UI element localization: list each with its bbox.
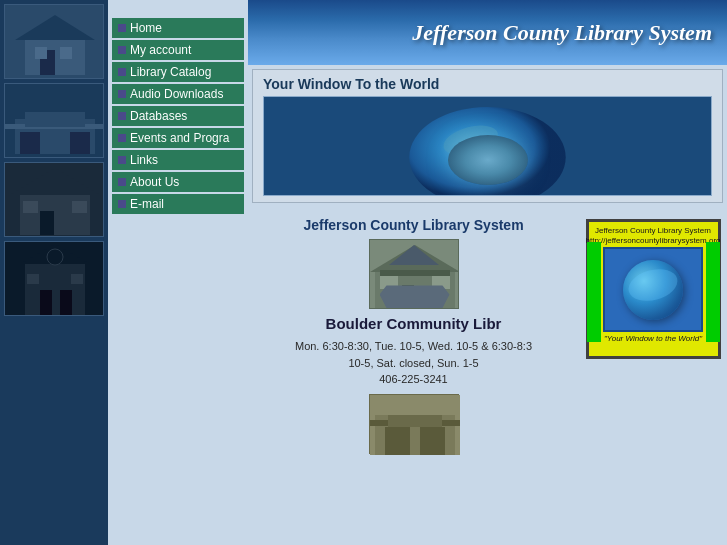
window-right-panel <box>706 242 720 342</box>
library-photo-1 <box>369 239 459 309</box>
hero-image <box>263 96 712 196</box>
svg-rect-41 <box>420 427 445 455</box>
nav-bullet <box>118 68 126 76</box>
nav-bullet <box>118 112 126 120</box>
nav-item-my-account[interactable]: My account <box>112 40 244 60</box>
nav-item-databases[interactable]: Databases <box>112 106 244 126</box>
library-hours-line2: 10-5, Sat. closed, Sun. 1-5 <box>348 357 478 369</box>
svg-rect-16 <box>23 201 38 213</box>
window-box-tagline: "Your Window to the World" <box>604 334 702 343</box>
nav-label-library-catalog: Library Catalog <box>130 65 211 79</box>
window-left-panel <box>587 242 601 342</box>
svg-rect-19 <box>25 262 85 316</box>
svg-rect-42 <box>388 415 442 427</box>
nav-bullet <box>118 90 126 98</box>
svg-rect-33 <box>402 285 414 309</box>
navigation-column: Home My account Library Catalog Audio Do… <box>108 0 248 545</box>
svg-rect-35 <box>432 275 450 289</box>
nav-label-audio-downloads: Audio Downloads <box>130 87 223 101</box>
nav-bullet <box>118 178 126 186</box>
nav-label-home: Home <box>130 21 162 35</box>
window-box-globe <box>603 247 703 332</box>
svg-point-21 <box>47 249 63 265</box>
nav-label-email: E-mail <box>130 197 164 211</box>
svg-rect-34 <box>380 275 398 289</box>
svg-rect-25 <box>71 274 83 284</box>
svg-rect-22 <box>40 290 52 316</box>
section-title: Jefferson County Library System <box>303 217 523 233</box>
content-left: Jefferson County Library System Boulder … <box>252 211 575 541</box>
earth-visualization <box>264 97 711 195</box>
nav-item-email[interactable]: E-mail <box>112 194 244 214</box>
window-box-title-line2: http://jeffersoncountylibrarysystem.org <box>585 236 720 245</box>
nav-item-about-us[interactable]: About Us <box>112 172 244 192</box>
svg-rect-13 <box>20 193 90 235</box>
svg-rect-24 <box>27 274 39 284</box>
window-box-title: Jefferson County Library System http://j… <box>585 226 720 245</box>
nav-item-library-catalog[interactable]: Library Catalog <box>112 62 244 82</box>
content-right: Jefferson County Library System http://j… <box>583 211 723 541</box>
nav-bullet <box>118 156 126 164</box>
sidebar-photo-3 <box>4 162 104 237</box>
hero-section: Your Window To the World <box>252 69 723 203</box>
nav-item-links[interactable]: Links <box>112 150 244 170</box>
window-box-title-line1: Jefferson County Library System <box>595 226 711 235</box>
library-phone: 406-225-3241 <box>379 373 448 385</box>
sidebar-photo-4 <box>4 241 104 316</box>
nav-bullet <box>118 46 126 54</box>
page-header: Jefferson County Library System <box>248 0 727 65</box>
svg-rect-4 <box>60 47 72 59</box>
hero-subtitle: Your Window To the World <box>263 76 712 92</box>
svg-rect-15 <box>40 211 54 235</box>
sidebar-photo-1 <box>4 4 104 79</box>
nav-bullet <box>118 200 126 208</box>
nav-bullet <box>118 134 126 142</box>
svg-rect-36 <box>380 270 450 276</box>
nav-label-databases: Databases <box>130 109 187 123</box>
nav-label-my-account: My account <box>130 43 191 57</box>
nav-label-links: Links <box>130 153 158 167</box>
svg-rect-23 <box>60 290 72 316</box>
nav-label-about-us: About Us <box>130 175 179 189</box>
svg-rect-17 <box>72 201 87 213</box>
svg-rect-10 <box>70 132 90 154</box>
svg-rect-40 <box>385 427 410 455</box>
library-name: Boulder Community Libr <box>326 315 502 332</box>
library-photo-2 <box>369 394 459 454</box>
svg-rect-5 <box>35 47 47 59</box>
sidebar-photo-2 <box>4 83 104 158</box>
nav-item-audio-downloads[interactable]: Audio Downloads <box>112 84 244 104</box>
svg-rect-11 <box>25 112 85 127</box>
content-area: Jefferson County Library System Boulder … <box>248 207 727 545</box>
nav-item-events-programs[interactable]: Events and Progra <box>112 128 244 148</box>
window-to-world-box: Jefferson County Library System http://j… <box>586 219 721 359</box>
nav-bullet <box>118 24 126 32</box>
library-hours: Mon. 6:30-8:30, Tue. 10-5, Wed. 10-5 & 6… <box>295 338 532 388</box>
library-hours-line1: Mon. 6:30-8:30, Tue. 10-5, Wed. 10-5 & 6… <box>295 340 532 352</box>
svg-point-29 <box>476 159 521 177</box>
svg-rect-9 <box>20 132 40 154</box>
main-content: Jefferson County Library System Your Win… <box>248 0 727 545</box>
nav-item-home[interactable]: Home <box>112 18 244 38</box>
globe-icon <box>623 260 683 320</box>
nav-label-events-programs: Events and Progra <box>130 131 229 145</box>
page-title: Jefferson County Library System <box>412 20 712 46</box>
left-sidebar <box>0 0 108 545</box>
